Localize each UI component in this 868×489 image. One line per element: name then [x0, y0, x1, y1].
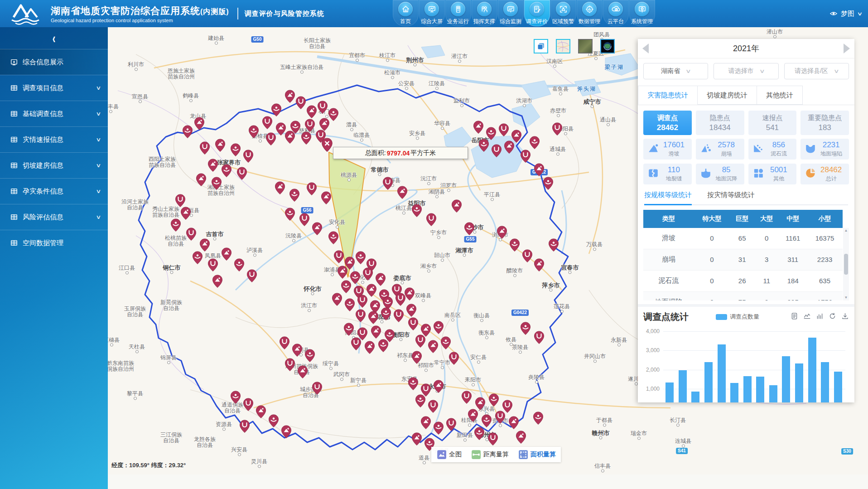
- hazard-point-marker[interactable]: [343, 323, 354, 336]
- hazard-point-marker[interactable]: [397, 186, 408, 199]
- hazard-point-marker[interactable]: [448, 352, 459, 365]
- scroll-down-icon[interactable]: ▼: [844, 296, 848, 300]
- hazard-point-marker[interactable]: [464, 222, 475, 236]
- hazard-point-marker[interactable]: [411, 432, 422, 446]
- hazard-point-marker[interactable]: [534, 331, 545, 344]
- hazard-point-marker[interactable]: [498, 123, 509, 137]
- tab-灾害隐患统计[interactable]: 灾害隐患统计: [638, 86, 698, 105]
- hazard-point-marker[interactable]: [381, 307, 391, 321]
- hazard-point-marker[interactable]: [295, 96, 306, 110]
- hazard-point-marker[interactable]: [415, 394, 426, 408]
- hazard-point-marker[interactable]: [534, 258, 545, 272]
- hazard-point-marker[interactable]: [170, 218, 181, 232]
- hazard-point-marker[interactable]: [461, 391, 472, 404]
- bar-衡阳市[interactable]: [704, 362, 713, 403]
- hazard-point-marker[interactable]: [265, 132, 276, 146]
- hazard-point-marker[interactable]: [433, 321, 444, 334]
- hazard-point-marker[interactable]: [516, 431, 526, 444]
- hazard-point-marker[interactable]: [180, 207, 191, 220]
- hazard-point-marker[interactable]: [230, 143, 241, 157]
- hazard-point-marker[interactable]: [285, 358, 295, 372]
- tab-切坡建房统计[interactable]: 切坡建房统计: [698, 86, 757, 105]
- hazard-point-marker[interactable]: [285, 208, 295, 221]
- hazard-point-marker[interactable]: [333, 250, 344, 264]
- hazard-point-marker[interactable]: [312, 222, 323, 236]
- layers-toggle-button[interactable]: [534, 39, 548, 53]
- bar-湘西州[interactable]: [834, 372, 842, 402]
- hazard-point-marker[interactable]: [262, 116, 273, 130]
- hazard-point-marker[interactable]: [182, 125, 193, 139]
- hazard-point-marker[interactable]: [364, 341, 375, 354]
- hazard-point-marker[interactable]: [256, 405, 266, 419]
- hazard-point-marker[interactable]: [440, 336, 451, 350]
- sidebar-item-调查项目信息[interactable]: 调查项目信息∨: [0, 75, 108, 101]
- hazard-point-marker[interactable]: [504, 140, 515, 154]
- hazard-point-marker[interactable]: [491, 144, 502, 158]
- sidebar-item-灾情速报信息[interactable]: 灾情速报信息∨: [0, 126, 108, 152]
- bar-湘潭市[interactable]: [691, 392, 699, 402]
- hazard-point-marker[interactable]: [186, 228, 197, 241]
- hazard-point-marker[interactable]: [426, 213, 437, 227]
- hazard-point-marker[interactable]: [341, 280, 352, 294]
- hazard-point-marker[interactable]: [196, 173, 207, 187]
- previous-year-button[interactable]: [642, 44, 649, 53]
- hazard-point-marker[interactable]: [234, 258, 245, 272]
- hazard-point-marker[interactable]: [317, 101, 328, 114]
- hazard-point-marker[interactable]: [508, 416, 519, 430]
- sidebar-item-综合信息展示[interactable]: 综合信息展示: [0, 49, 108, 75]
- hazard-point-marker[interactable]: [495, 411, 506, 424]
- hazard-point-marker[interactable]: [207, 258, 218, 272]
- hazard-point-marker[interactable]: [411, 351, 422, 364]
- hazard-point-marker[interactable]: [382, 177, 393, 190]
- hazard-point-marker[interactable]: [289, 189, 300, 202]
- hazard-point-marker[interactable]: [321, 191, 332, 205]
- hazard-point-marker[interactable]: [285, 90, 295, 103]
- bar-益阳市[interactable]: [769, 385, 777, 403]
- bar-邵阳市[interactable]: [718, 344, 726, 402]
- hazard-point-marker[interactable]: [239, 420, 250, 433]
- hazard-point-marker[interactable]: [520, 322, 531, 335]
- hazard-point-marker[interactable]: [420, 416, 431, 430]
- measure-tool-面积量算[interactable]: 面积量算: [518, 449, 556, 460]
- hazard-point-marker[interactable]: [351, 337, 362, 351]
- hazard-point-marker[interactable]: [473, 121, 484, 134]
- hazard-point-marker[interactable]: [488, 393, 499, 407]
- hazard-point-marker[interactable]: [337, 266, 348, 279]
- chart-legend[interactable]: 调查点数量: [716, 313, 759, 321]
- bar-株洲市[interactable]: [679, 370, 687, 402]
- hazard-point-marker[interactable]: [299, 213, 310, 227]
- hazard-point-marker[interactable]: [371, 325, 381, 339]
- hazard-point-marker[interactable]: [306, 182, 317, 196]
- bar-常德市[interactable]: [743, 376, 752, 402]
- hazard-point-marker[interactable]: [468, 409, 478, 422]
- bar-怀化市[interactable]: [808, 338, 816, 402]
- hazard-point-marker[interactable]: [246, 269, 257, 283]
- sidebar-item-基础调查信息[interactable]: 基础调查信息∨: [0, 101, 108, 126]
- subtab-按灾情等级统计[interactable]: 按灾情等级统计: [707, 191, 755, 204]
- hazard-point-marker[interactable]: [487, 432, 498, 446]
- nav-item-业务运行[interactable]: 业务运行: [445, 0, 471, 26]
- hazard-point-marker[interactable]: [304, 119, 315, 132]
- user-area[interactable]: 梦图 ∨: [830, 0, 862, 27]
- hazard-point-marker[interactable]: [275, 181, 285, 195]
- scroll-up-icon[interactable]: ▲: [844, 229, 848, 232]
- hazard-point-marker[interactable]: [292, 344, 303, 357]
- bar-岳阳市[interactable]: [730, 383, 738, 402]
- hazard-point-marker[interactable]: [212, 275, 223, 288]
- hazard-point-marker[interactable]: [393, 309, 404, 323]
- hazard-point-marker[interactable]: [428, 340, 439, 353]
- hazard-point-marker[interactable]: [268, 414, 279, 428]
- hazard-point-marker[interactable]: [522, 249, 533, 263]
- nav-item-区域预警[interactable]: 区域预警: [550, 0, 576, 26]
- hazard-point-marker[interactable]: [368, 311, 379, 324]
- hazard-point-marker[interactable]: [199, 238, 210, 252]
- bar-张家界市[interactable]: [756, 377, 764, 402]
- stat-card-隐患点[interactable]: 隐患点18434: [696, 111, 744, 135]
- nav-item-调查评价[interactable]: 调查评价: [524, 0, 550, 26]
- hazard-point-marker[interactable]: [199, 141, 210, 155]
- bar-永州市[interactable]: [795, 363, 803, 402]
- measure-tool-全图[interactable]: 全图: [436, 449, 462, 460]
- hazard-point-marker[interactable]: [533, 412, 544, 425]
- hazard-point-marker[interactable]: [451, 199, 462, 213]
- hazard-point-marker[interactable]: [548, 238, 559, 252]
